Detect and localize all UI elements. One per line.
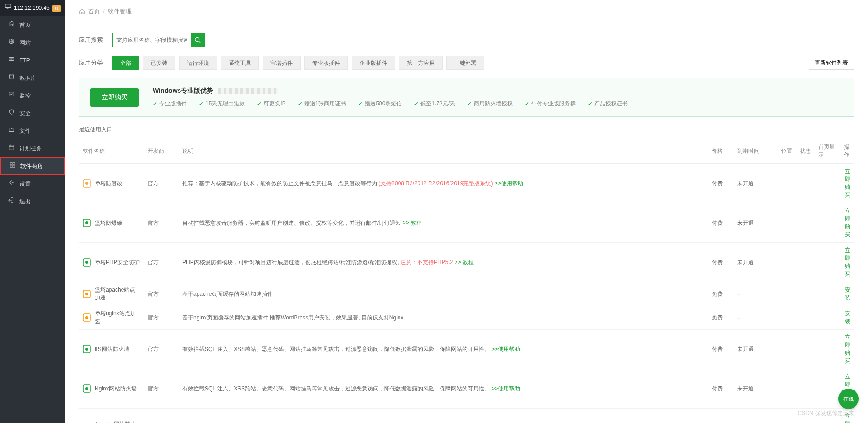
check-icon: ✓ bbox=[467, 101, 472, 107]
check-icon: ✓ bbox=[525, 101, 529, 107]
developer: 官方 bbox=[144, 306, 179, 330]
sidebar-item-home[interactable]: 首页 bbox=[0, 16, 65, 34]
files-icon bbox=[8, 122, 15, 140]
filter-tab-2[interactable]: 运行环境 bbox=[179, 56, 217, 70]
search-input[interactable] bbox=[113, 33, 191, 47]
svg-point-25 bbox=[85, 387, 88, 390]
svg-rect-7 bbox=[13, 163, 15, 164]
online-chat-button[interactable]: 在线 bbox=[838, 389, 859, 409]
software-name[interactable]: Nginx网站防火墙 bbox=[95, 385, 137, 393]
promo-feature: ✓赠送500条短信 bbox=[358, 100, 402, 108]
software-icon bbox=[83, 258, 91, 267]
recent-label: 最近使用入口 bbox=[79, 126, 854, 134]
software-name[interactable]: 堡塔PHP安全防护 bbox=[95, 259, 140, 267]
action-link[interactable]: 立即购买 bbox=[845, 334, 850, 364]
sidebar-item-cron[interactable]: 计划任务 bbox=[0, 140, 65, 157]
db-icon bbox=[8, 69, 15, 87]
settings-icon bbox=[8, 175, 15, 193]
filter-tab-0[interactable]: 全部 bbox=[112, 56, 139, 70]
breadcrumb-home[interactable]: 首页 bbox=[88, 0, 100, 23]
developer: 官方 bbox=[144, 369, 179, 409]
monitor-icon bbox=[5, 0, 11, 16]
software-icon bbox=[83, 179, 91, 188]
sidebar-item-security[interactable]: 安全 bbox=[0, 104, 65, 122]
filter-tab-4[interactable]: 宝塔插件 bbox=[263, 56, 301, 70]
position bbox=[778, 306, 796, 330]
sidebar-item-files[interactable]: 文件 bbox=[0, 122, 65, 140]
ftp-icon bbox=[8, 52, 15, 69]
svg-point-21 bbox=[85, 316, 88, 319]
software-name[interactable]: IIS网站防火墙 bbox=[95, 345, 129, 353]
filter-label: 应用分类 bbox=[79, 59, 107, 67]
sidebar-item-label: 首页 bbox=[19, 16, 31, 34]
col-pos: 位置 bbox=[778, 138, 796, 164]
svg-rect-5 bbox=[9, 145, 14, 150]
help-link[interactable]: >> 教程 bbox=[455, 259, 474, 266]
software-icon bbox=[83, 345, 91, 353]
software-name[interactable]: 堡塔防爆破 bbox=[95, 219, 122, 227]
description: PHP内核级防御模块，可针对项目进行底层过滤，彻底杜绝跨站/精准防渗透/精准防提… bbox=[179, 243, 708, 282]
software-name[interactable]: 堡塔防篡改 bbox=[95, 180, 122, 188]
svg-point-3 bbox=[10, 74, 14, 76]
action-link[interactable]: 立即购买 bbox=[845, 208, 850, 238]
software-name[interactable]: Apache网站防火墙 bbox=[95, 420, 140, 423]
help-link[interactable]: >>使用帮助 bbox=[495, 180, 523, 187]
breadcrumb: 首页 / 软件管理 bbox=[65, 0, 868, 23]
sidebar-item-store[interactable]: 软件商店 bbox=[0, 157, 65, 175]
software-name[interactable]: 堡塔apache站点加速 bbox=[95, 286, 140, 302]
alert-badge[interactable]: 0 bbox=[52, 5, 61, 12]
action-link[interactable]: 安装 bbox=[845, 310, 850, 325]
sidebar-item-monitor[interactable]: 监控 bbox=[0, 87, 65, 104]
col-show: 首页显示 bbox=[815, 138, 840, 164]
sidebar-item-site[interactable]: 网站 bbox=[0, 34, 65, 52]
status bbox=[796, 282, 815, 306]
filter-tab-6[interactable]: 企业版插件 bbox=[352, 56, 395, 70]
developer: 官方 bbox=[144, 164, 179, 203]
table-row: 堡塔nginx站点加速官方基于nginx页面缓存的网站加速插件,推荐WordPr… bbox=[79, 306, 854, 330]
home-icon bbox=[79, 8, 85, 15]
sidebar-item-label: 设置 bbox=[19, 175, 31, 193]
sidebar-item-settings[interactable]: 设置 bbox=[0, 175, 65, 193]
position bbox=[778, 203, 796, 243]
price: 免费 bbox=[708, 306, 733, 330]
sidebar-item-logout[interactable]: 退出 bbox=[0, 193, 65, 210]
description: 推荐：基于内核驱动防护技术，能有效的防止文件被恶意挂马、恶意篡改等行为 (支持2… bbox=[179, 164, 708, 203]
help-link[interactable]: >> 教程 bbox=[403, 220, 422, 226]
filter-tab-5[interactable]: 专业版插件 bbox=[304, 56, 348, 70]
help-link[interactable]: >>使用帮助 bbox=[491, 385, 520, 392]
filter-tab-7[interactable]: 第三方应用 bbox=[399, 56, 443, 70]
promo-feature: ✓商用防火墙授权 bbox=[467, 100, 513, 108]
sidebar-item-label: 退出 bbox=[19, 193, 31, 210]
home-show bbox=[815, 330, 840, 369]
home-show bbox=[815, 282, 840, 306]
search-button[interactable] bbox=[191, 33, 205, 47]
svg-rect-9 bbox=[13, 165, 15, 167]
buy-now-button[interactable]: 立即购买 bbox=[90, 88, 139, 107]
check-icon: ✓ bbox=[414, 101, 418, 107]
col-dev: 开发商 bbox=[144, 138, 179, 164]
filter-tab-1[interactable]: 已安装 bbox=[143, 56, 175, 70]
svg-point-13 bbox=[85, 182, 88, 185]
filter-tab-8[interactable]: 一键部署 bbox=[446, 56, 484, 70]
update-list-button[interactable]: 更新软件列表 bbox=[809, 56, 854, 70]
sidebar-item-db[interactable]: 数据库 bbox=[0, 69, 65, 87]
promo-feature: ✓年付专业版服务群 bbox=[525, 100, 576, 108]
price: 付费 bbox=[708, 369, 733, 409]
search-box bbox=[112, 33, 205, 47]
description: 有效拦截SQL 注入、XSS跨站、恶意代码、网站挂马等常见攻击，过滤恶意访问，降… bbox=[179, 369, 708, 409]
status bbox=[796, 306, 815, 330]
promo-banner: 立即购买 Windows专业版优势 ✓专业版插件✓15天无理由退款✓可更换IP✓… bbox=[79, 78, 854, 117]
filter-tab-3[interactable]: 系统工具 bbox=[221, 56, 259, 70]
sidebar-item-ftp[interactable]: FTP bbox=[0, 52, 65, 69]
software-name[interactable]: 堡塔nginx站点加速 bbox=[95, 310, 140, 325]
sidebar-item-label: FTP bbox=[19, 52, 30, 69]
position bbox=[778, 282, 796, 306]
action-link[interactable]: 立即购买 bbox=[845, 168, 850, 198]
action-link[interactable]: 安装 bbox=[845, 286, 850, 301]
description: 自动拦截恶意攻击服务器，实时监听用户创建、修改、提权等变化，并进行邮件/钉钉通知… bbox=[179, 203, 708, 243]
home-show bbox=[815, 164, 840, 203]
action-link[interactable]: 立即购买 bbox=[845, 247, 850, 277]
help-link[interactable]: >>使用帮助 bbox=[491, 346, 520, 352]
description: 有效拦截SQL 注入、XSS跨站、恶意代码、网站挂马等常见攻击，过滤恶意访问，降… bbox=[179, 330, 708, 369]
check-icon: ✓ bbox=[358, 101, 363, 107]
